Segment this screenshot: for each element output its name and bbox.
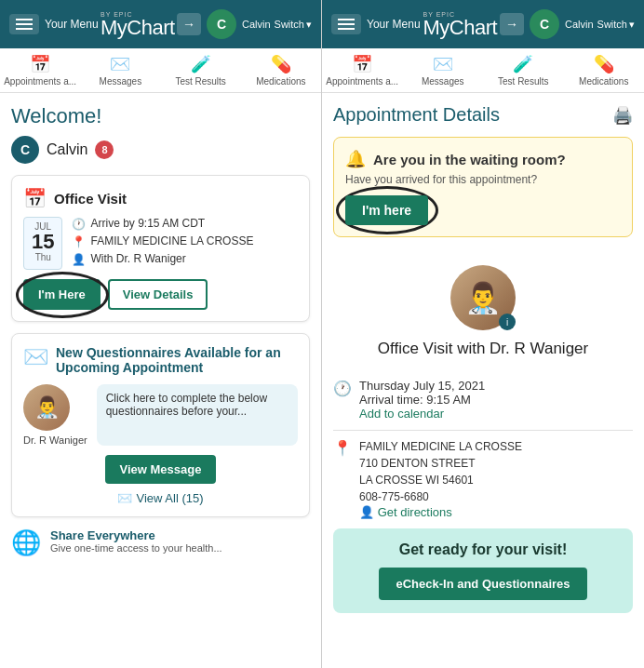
right-app-title: MyChart [423, 18, 498, 38]
arrival-label: Arrival time: 9:15 AM [359, 393, 485, 407]
left-panel: Your Menu by Epic MyChart → C Calvin Swi… [0, 0, 322, 668]
doctor-avatar-label: Dr. R Waniger [23, 434, 87, 446]
get-ready-title: Get ready for your visit! [346, 541, 620, 558]
left-hamburger-button[interactable] [9, 14, 39, 34]
view-all-link[interactable]: ✉️ View All (15) [23, 491, 298, 505]
appointment-detail-list: 🕐 Arrive by 9:15 AM CDT 📍 FAMILY MEDICIN… [72, 217, 298, 270]
left-content: Welcome! C Calvin 8 📅 Office Visit Jul 1… [0, 93, 321, 668]
echeck-in-button[interactable]: eCheck-In and Questionnaires [379, 568, 586, 600]
appointments-icon: 📅 [30, 54, 50, 74]
left-avatar-button[interactable]: C [207, 9, 236, 39]
messages-icon: ✉️ [110, 54, 130, 74]
appt-dow: Thu [32, 252, 54, 262]
clock-detail-icon: 🕐 [333, 380, 352, 397]
add-to-calendar-link[interactable]: Add to calendar [359, 407, 485, 421]
im-here-wrapper: I'm here [345, 195, 428, 225]
left-tab-medications[interactable]: 💊 Medications [241, 48, 321, 92]
get-directions-link[interactable]: 👤 Get directions [359, 505, 522, 519]
right-tab-messages[interactable]: ✉️ Messages [403, 48, 484, 92]
right-hamburger-button[interactable] [331, 14, 361, 34]
left-logo-area: by Epic MyChart [99, 11, 177, 38]
notification-badge: 8 [95, 140, 114, 159]
right-dropdown-arrow: ▾ [629, 19, 635, 31]
user-row: C Calvin 8 [11, 136, 310, 164]
left-tab-messages-label: Messages [100, 76, 142, 87]
left-header: Your Menu by Epic MyChart → C Calvin Swi… [0, 0, 321, 48]
doctor-text: With Dr. R Waniger [90, 252, 185, 265]
right-test-results-icon: 🧪 [513, 54, 533, 74]
doctor-row: 👤 With Dr. R Waniger [72, 252, 298, 266]
right-tab-appointments-label: Appointments a... [326, 76, 398, 87]
page-title: Appointment Details [333, 104, 500, 126]
directions-icon: 👤 [359, 505, 378, 519]
left-username-line1: Calvin [242, 19, 271, 30]
right-avatar-button[interactable]: C [530, 9, 559, 39]
appointment-card: 📅 Office Visit Jul 15 Thu 🕐 Arrive by 9:… [11, 175, 310, 322]
right-tab-appointments[interactable]: 📅 Appointments a... [322, 48, 403, 92]
date-label: Thursday July 15, 2021 [359, 379, 485, 393]
right-username-button[interactable]: Calvin Switch ▾ [565, 19, 635, 31]
right-tab-medications-label: Medications [579, 76, 628, 87]
right-header: Your Menu by Epic MyChart → C Calvin Swi… [322, 0, 644, 48]
im-here-right-button[interactable]: I'm here [345, 195, 428, 225]
right-tab-medications[interactable]: 💊 Medications [564, 48, 645, 92]
right-messages-icon: ✉️ [433, 54, 453, 74]
right-username-line1: Calvin [565, 19, 594, 30]
right-tab-messages-label: Messages [422, 76, 464, 87]
right-tab-test-results-label: Test Results [498, 76, 548, 87]
share-text-area: Share Everywhere Give one-time access to… [50, 528, 222, 554]
location-detail-text: FAMILY MEDICINE LA CROSSE 710 DENTON STR… [359, 438, 522, 519]
divider-1 [333, 430, 633, 431]
calendar-icon: 📅 [23, 187, 47, 209]
left-menu-label: Your Menu [45, 18, 99, 31]
questionnaire-card: ✉️ New Questionnaires Available for an U… [11, 333, 310, 517]
right-menu-label: Your Menu [367, 18, 421, 31]
left-logout-button[interactable]: → [177, 13, 201, 35]
left-tab-messages[interactable]: ✉️ Messages [80, 48, 160, 92]
right-nav-tabs: 📅 Appointments a... ✉️ Messages 🧪 Test R… [322, 48, 644, 93]
left-tab-appointments[interactable]: 📅 Appointments a... [0, 48, 80, 92]
doctor-icon: 👤 [72, 253, 86, 266]
right-appointments-icon: 📅 [352, 54, 372, 74]
test-results-icon: 🧪 [191, 54, 211, 74]
phone-text: 608-775-6680 [359, 488, 522, 505]
view-message-button[interactable]: View Message [105, 455, 217, 484]
appointment-card-title: 📅 Office Visit [23, 187, 298, 209]
view-details-button[interactable]: View Details [108, 279, 208, 310]
share-subtitle: Give one-time access to your health... [50, 542, 222, 554]
map-pin-icon: 📍 [333, 439, 352, 457]
print-icon: 🖨️ [612, 105, 633, 126]
get-ready-banner: Get ready for your visit! eCheck-In and … [333, 528, 633, 613]
left-tab-test-results-label: Test Results [175, 76, 225, 87]
right-content: Appointment Details 🖨️ 🔔 Are you in the … [322, 93, 644, 668]
appt-day: 15 [32, 232, 54, 252]
left-header-right: → C Calvin Switch ▾ [177, 9, 312, 39]
clock-icon: 🕐 [72, 218, 86, 231]
address-line2: LA CROSSE WI 54601 [359, 472, 522, 488]
waiting-room-subtitle: Have you arrived for this appointment? [345, 173, 621, 186]
welcome-heading: Welcome! [11, 104, 310, 128]
doctor-profile-section: 👨‍⚕️ i Office Visit with Dr. R Waniger [333, 250, 633, 379]
bell-icon: 🔔 [345, 149, 366, 169]
user-initial-circle: C [11, 136, 39, 164]
left-tab-test-results[interactable]: 🧪 Test Results [161, 48, 241, 92]
left-username-button[interactable]: Calvin Switch ▾ [242, 19, 312, 31]
right-logout-button[interactable]: → [500, 13, 524, 35]
left-nav-tabs: 📅 Appointments a... ✉️ Messages 🧪 Test R… [0, 48, 321, 93]
doctor-avatar: 👨‍⚕️ [23, 384, 70, 431]
left-tab-medications-label: Medications [256, 76, 305, 87]
questionnaire-message: Click here to complete the below questio… [97, 384, 298, 446]
im-here-button[interactable]: I'm Here [23, 279, 101, 310]
location-icon: 📍 [72, 235, 86, 248]
arrive-row: 🕐 Arrive by 9:15 AM CDT [72, 217, 298, 231]
address-line1: 710 DENTON STREET [359, 455, 522, 472]
share-card: 🌐 Share Everywhere Give one-time access … [11, 528, 310, 565]
location-detail-row: 📍 FAMILY MEDICINE LA CROSSE 710 DENTON S… [333, 438, 633, 519]
waiting-room-title: 🔔 Are you in the waiting room? [345, 149, 621, 169]
right-tab-test-results[interactable]: 🧪 Test Results [483, 48, 564, 92]
arrive-text: Arrive by 9:15 AM CDT [90, 217, 205, 230]
globe-icon: 🌐 [11, 528, 41, 557]
appointment-action-row: I'm Here View Details [23, 279, 298, 310]
questionnaire-title: ✉️ New Questionnaires Available for an U… [23, 345, 298, 375]
left-app-title: MyChart [101, 18, 175, 38]
